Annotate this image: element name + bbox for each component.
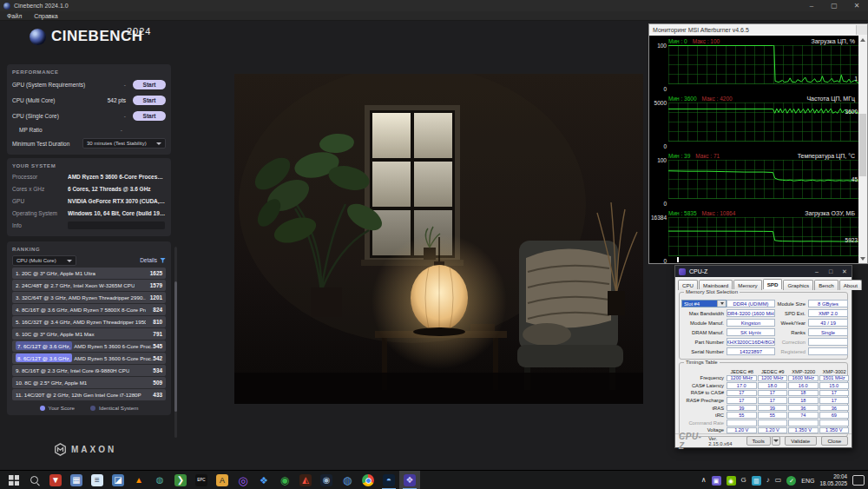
timings-row: RAS# Precharge17171817 [680, 397, 847, 405]
afterburner-scrollbar[interactable] [858, 36, 867, 263]
sidebar-scrollbar[interactable] [174, 247, 177, 438]
epc-app-icon[interactable]: EPC [191, 471, 212, 489]
tools-dropdown-button[interactable] [772, 436, 780, 446]
ranking-row[interactable]: 3. 32C/64T @ 3 GHz, AMD Ryzen Threadripp… [12, 292, 166, 303]
cpu-single-start-button[interactable]: Start [133, 111, 166, 121]
memory-slot-select[interactable]: Slot #4 [681, 300, 727, 307]
graph-current-value: 5923 [845, 238, 858, 244]
maximize-button[interactable]: ▢ [823, 0, 845, 11]
cpu-multi-start-button[interactable]: Start [133, 96, 166, 105]
afterburner-titlebar[interactable]: Мониторинг MSI Afterburner v4.6.5 [649, 24, 867, 36]
ranking-row[interactable]: 6. 10C @ 3* GHz, Apple M1 Max791 [12, 328, 166, 340]
scroll-down-icon[interactable] [860, 257, 865, 261]
blue-app-icon[interactable]: ❖ [253, 471, 274, 489]
ranking-row[interactable]: 7. 6C/12T @ 3.6 GHz,AMD Ryzen 5 3600 6-C… [12, 340, 166, 352]
ranking-score: 810 [153, 319, 162, 325]
ranking-row[interactable]: 8. 6C/12T @ 3.6 GHz,AMD Ryzen 5 3600 6-C… [12, 353, 166, 364]
search-button[interactable] [24, 471, 45, 489]
timing-cell [758, 420, 788, 426]
purple-ring-app-icon[interactable]: ◎ [233, 471, 253, 489]
g-app-tray-icon[interactable]: G [741, 477, 746, 484]
nvidia-tray-icon[interactable]: ◉ [727, 476, 736, 486]
timing-cell: 18.0 [758, 382, 788, 389]
memory-field [808, 338, 848, 346]
browser-globe-icon[interactable]: ◍ [149, 471, 170, 489]
ranking-row[interactable]: 10. 8C @ 2.5* GHz, Apple M1509 [12, 377, 166, 388]
timing-cell: 74 [788, 412, 819, 419]
scrollbar-thumb[interactable] [859, 114, 866, 176]
taskbar-clock[interactable]: 20:04 18.05.2025 [819, 473, 847, 486]
cinebench-taskbar-icon[interactable]: ❖ [399, 471, 420, 489]
menu-file[interactable]: Файл [7, 13, 22, 19]
security-shield-icon[interactable]: ✓ [786, 476, 796, 486]
volume-icon[interactable]: ♪ [766, 477, 770, 484]
system-tray: ∧▣◉G▥♪▭✓ENG 20:04 18.05.2025 [701, 471, 868, 489]
tray-expand-icon[interactable]: ∧ [701, 477, 707, 484]
network-icon[interactable]: ▭ [775, 477, 782, 484]
cinebench-version-year: 2024 [127, 26, 151, 36]
close-button[interactable]: ✕ [845, 0, 868, 11]
blue-circle-app-icon[interactable]: ◍ [337, 471, 358, 489]
gpu-start-button[interactable]: Start [133, 80, 166, 89]
timings-row: Command Rate [680, 420, 847, 427]
cinebench-app-icon [3, 3, 10, 10]
ranking-score: 509 [153, 380, 162, 386]
amd-software-icon[interactable]: ◭ [295, 471, 316, 489]
menu-help[interactable]: Справка [34, 13, 57, 19]
yellow-a-app-icon[interactable]: A [212, 471, 233, 489]
afterburner-graph: Мин : 3600Макс : 4200Частота ЦП, МГц5000… [649, 93, 858, 150]
ranking-row[interactable]: 4. 8C/16T @ 3.6 GHz, AMD Ryzen 7 5800X 8… [12, 304, 166, 315]
your-system-header: YOUR SYSTEM [12, 163, 166, 169]
ranking-row[interactable]: 5. 16C/32T @ 3.4 GHz, AMD Ryzen Threadri… [12, 316, 166, 327]
tab-graphics[interactable]: Graphics [783, 280, 813, 290]
cpuz-minimize-button[interactable]: – [810, 266, 824, 277]
cpuz-app-icon [679, 268, 686, 275]
cpuz-close-button-footer[interactable]: Close [821, 436, 848, 446]
dark-circle-app-icon[interactable]: ◓ [378, 471, 399, 489]
cpuz-titlebar[interactable]: CPU-Z – □ ✕ [675, 266, 852, 277]
notifications-icon[interactable] [852, 475, 865, 486]
ranking-row[interactable]: 1. 20C @ 3* GHz, Apple M1 Ultra1625 [12, 268, 166, 279]
tray-purple-app-icon[interactable]: ▣ [712, 476, 721, 486]
notepad-icon[interactable]: ≡ [87, 471, 108, 489]
ranking-row[interactable]: 11. 14C/20T @ 2 GHz, 12th Gen Intel Core… [12, 389, 166, 400]
minimize-button[interactable]: – [800, 0, 823, 11]
vlc-icon[interactable]: ▲ [128, 471, 149, 489]
steam-icon[interactable]: ◉ [316, 471, 337, 489]
cpuz-maximize-button[interactable]: □ [824, 266, 838, 277]
test-duration-select[interactable]: 30 minutes (Test Stability) [82, 138, 166, 149]
ranking-score: 791 [153, 331, 162, 337]
cpuz-close-button[interactable]: ✕ [838, 266, 852, 277]
tab-bench[interactable]: Bench [814, 280, 838, 290]
chrome-icon[interactable] [358, 471, 378, 489]
timings-body: Frequency1200 MHz1200 MHz1600 MHz1501 MH… [680, 374, 847, 434]
start-button[interactable] [3, 471, 24, 489]
calculator-icon[interactable]: ▦ [66, 471, 87, 489]
ranking-row[interactable]: 2. 24C/48T @ 2.7 GHz, Intel Xeon W-3265M… [12, 280, 166, 291]
validate-button[interactable]: Validate [785, 436, 817, 446]
taskbar: ▼▦≡◪▲◍❯EPCA◎❖◉◭◉◍◓❖ ∧▣◉G▥♪▭✓ENG 20:04 18… [0, 470, 868, 489]
timing-cell: 55 [758, 412, 788, 419]
cinebench-logo: CINEBENCH [30, 28, 143, 45]
red-app-icon[interactable]: ▼ [45, 471, 66, 489]
ranking-filter-select[interactable]: CPU (Multi Core) [12, 255, 76, 266]
tools-button[interactable]: Tools [746, 436, 771, 446]
afterburner-graph: Мин : 5835Макс : 10864Загрузка ОЗУ, МБ16… [649, 208, 858, 265]
tab-spd[interactable]: SPD [763, 279, 783, 289]
details-toggle[interactable]: Details [140, 257, 166, 263]
afterburner-tray-icon[interactable]: ▥ [752, 476, 761, 486]
afterburner-title-button[interactable] [856, 25, 867, 35]
green-circle-app-icon[interactable]: ◉ [274, 471, 295, 489]
ranking-list: 1. 20C @ 3* GHz, Apple M1 Ultra16252. 24… [12, 268, 166, 401]
filter-funnel-icon [160, 258, 166, 263]
image-viewer-icon[interactable]: ◪ [108, 471, 128, 489]
scroll-up-icon[interactable] [860, 38, 865, 42]
info-field[interactable] [68, 221, 165, 229]
tab-about[interactable]: About [839, 280, 862, 290]
memory-field: 8 GBytes [808, 300, 848, 307]
ranking-row[interactable]: 9. 8C/16T @ 2.3 GHz, Intel Core i9-9880H… [12, 365, 166, 376]
language-indicator[interactable]: ENG [801, 478, 814, 484]
memory-type-field: DDR4 (UDIMM) [727, 300, 775, 307]
green-app-icon[interactable]: ❯ [170, 471, 191, 489]
afterburner-graph: Мин : 0Макс : 100Загрузка ЦП, %10001 [649, 36, 858, 93]
